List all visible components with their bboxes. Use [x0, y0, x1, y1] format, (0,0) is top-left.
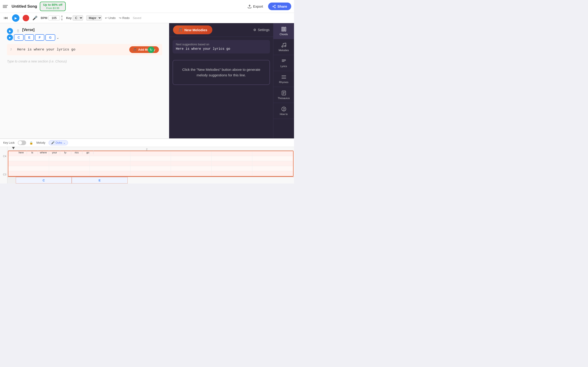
sidebar-item-thesaurus[interactable]: Thesaurus [273, 87, 294, 103]
sidebar-item-melodies[interactable]: Melodies [273, 39, 294, 55]
grid-cell-5-1[interactable] [8, 171, 49, 176]
chord-chip-g[interactable]: G [45, 34, 55, 41]
grid-cell-3-7[interactable] [252, 161, 293, 166]
chord-bottom-c[interactable]: C [16, 177, 72, 184]
grid-cell-1-5[interactable] [171, 151, 212, 156]
record-button[interactable] [23, 15, 29, 21]
bpm-group: BPM ⬆⬇ [41, 15, 63, 21]
grid-cell-1-3[interactable] [90, 151, 131, 156]
bpm-arrows[interactable]: ⬆⬇ [61, 15, 63, 21]
chord-play-button[interactable]: ▶ [7, 34, 13, 41]
right-sidebar: Chords Melodies Lyrics Rhymes [273, 23, 294, 138]
svg-line-5 [274, 6, 275, 6]
melodies-panel: 🎵 New Melodies ⚙ Settings Next suggestio… [169, 23, 273, 138]
syllable-your: your [49, 151, 60, 154]
grid-cell-5-5[interactable] [171, 171, 212, 176]
grid-row-3 [8, 161, 293, 166]
sidebar-item-rhymes[interactable]: Rhymes [273, 71, 294, 87]
promo-button[interactable]: Up to 80% off From $3.99 [40, 2, 65, 11]
chord-chip-c[interactable]: C [14, 34, 24, 41]
mode-select[interactable]: MajorMinor [86, 15, 102, 21]
melody-label: Melody [36, 141, 45, 144]
grid-row-2 [8, 156, 293, 161]
grid-cell-3-3[interactable] [90, 161, 131, 166]
undo-button[interactable]: ↩ Undo [105, 16, 116, 20]
new-section-placeholder[interactable]: Type to create a new section (i.e. Choru… [7, 57, 162, 66]
grid-cell-2-3[interactable] [90, 156, 131, 161]
grid-cell-3-2[interactable] [49, 161, 90, 166]
svg-point-15 [284, 110, 284, 110]
beat-markers-row: 2 [8, 147, 294, 151]
playhead-marker [12, 147, 15, 149]
grid-cell-1-4[interactable] [131, 151, 171, 156]
key-lock-toggle[interactable] [18, 141, 26, 145]
grid-cell-4-1[interactable] [8, 166, 49, 171]
share-button[interactable]: Share [268, 2, 291, 10]
key-select[interactable]: CDEFGAB [73, 15, 83, 21]
grid-cell-2-4[interactable] [131, 156, 171, 161]
suggestions-box: Next suggestions based on Here is where … [172, 40, 270, 53]
syllable-rics: rics [71, 151, 82, 154]
grid-cell-4-5[interactable] [171, 166, 212, 171]
lyric-text[interactable]: Here is where your lyrics go [17, 48, 127, 52]
chord-chip-e[interactable]: E [24, 34, 34, 41]
menu-icon[interactable] [3, 5, 8, 8]
grid-cell-4-6[interactable] [212, 166, 252, 171]
main-area: ▶ ⠿ [Verse] ▶ C E F G ⌄ 7 Here is where … [0, 23, 294, 138]
grid-cell-2-7[interactable] [252, 156, 293, 161]
sidebar-item-lyrics[interactable]: Lyrics [273, 55, 294, 71]
syllable-ly: ly- [60, 151, 71, 154]
grid-cell-5-2[interactable] [49, 171, 90, 176]
grid-cell-2-2[interactable] [49, 156, 90, 161]
svg-rect-8 [285, 27, 286, 31]
settings-button[interactable]: ⚙ Settings [253, 28, 270, 32]
bpm-input[interactable] [48, 16, 60, 20]
oohs-button[interactable]: 🎤 Oohs ⌄ [49, 140, 68, 145]
suggestions-text: Here is where your lyrics go [176, 47, 267, 51]
grid-cell-4-3[interactable] [90, 166, 131, 171]
melody-cta-box: Click the "New Melodies" button above to… [172, 60, 270, 85]
key-group: Key CDEFGAB [66, 15, 83, 21]
top-header: Untitled Song Up to 80% off From $3.99 E… [0, 0, 294, 13]
grid-cell-1-7[interactable] [252, 151, 293, 156]
grid-cell-2-1[interactable] [8, 156, 49, 161]
section-drag-handle[interactable]: ⠿ [17, 29, 19, 33]
section-play-button[interactable]: ▶ [7, 28, 13, 34]
toolbar: ⏮ ▶ 🎤 BPM ⬆⬇ Key CDEFGAB MajorMinor ↩ Un… [0, 13, 294, 23]
sidebar-item-howto[interactable]: How to [273, 103, 294, 119]
grid-cell-3-1[interactable] [8, 161, 49, 166]
grid-cell-5-6[interactable] [212, 171, 252, 176]
redo-button[interactable]: ↪ Redo [119, 16, 130, 20]
grid-cell-3-4[interactable] [131, 161, 171, 166]
grid-cell-2-6[interactable] [212, 156, 252, 161]
lyric-line: 7 Here is where your lyrics go 🎵 Add Mel… [7, 44, 162, 55]
grid-cell-1-6[interactable] [212, 151, 252, 156]
svg-line-4 [274, 7, 275, 8]
grid-cell-4-2[interactable] [49, 166, 90, 171]
grid-cell-3-5[interactable] [171, 161, 212, 166]
lock-icon: 🔒 [29, 141, 33, 145]
microphone-button[interactable]: 🎤 [33, 16, 37, 21]
sidebar-item-chords[interactable]: Chords [273, 23, 294, 39]
grid-cell-4-4[interactable] [131, 166, 171, 171]
chord-chip-f[interactable]: F [35, 34, 44, 41]
new-melodies-button[interactable]: 🎵 New Melodies [173, 25, 212, 34]
refresh-button[interactable]: ↻ [148, 47, 154, 53]
grid-cell-5-3[interactable] [90, 171, 131, 176]
syllable-where: where [38, 151, 49, 154]
saved-status: Saved [133, 16, 141, 20]
grid-cell-4-7[interactable] [252, 166, 293, 171]
grid-cell-2-5[interactable] [171, 156, 212, 161]
chord-expand-button[interactable]: ⌄ [56, 35, 59, 40]
piano-key-c4: C4 [3, 155, 6, 158]
app-title: Untitled Song [12, 4, 37, 9]
grid-cell-5-7[interactable] [252, 171, 293, 176]
skip-back-button[interactable]: ⏮ [3, 15, 9, 21]
export-button[interactable]: Export [245, 3, 265, 10]
chord-bottom-e[interactable]: E [72, 177, 128, 184]
grid-cell-3-6[interactable] [212, 161, 252, 166]
highlighted-region[interactable]: here is where your ly- rics go [8, 151, 294, 176]
grid-cell-5-4[interactable] [131, 171, 171, 176]
play-button[interactable]: ▶ [12, 14, 19, 22]
add-melody-button[interactable]: 🎵 Add Melody [129, 46, 159, 53]
